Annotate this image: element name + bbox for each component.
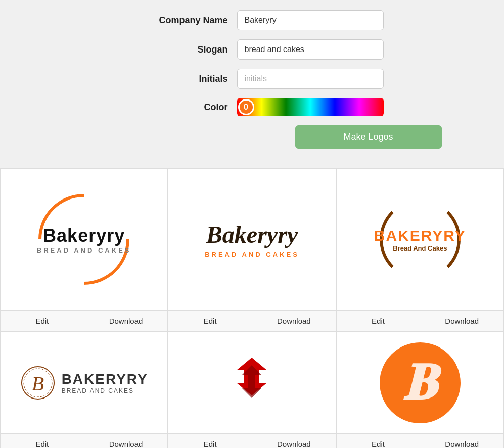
logo-preview-4: B BAKERYRY BREAD AND CAKES <box>1 332 167 433</box>
make-logos-button[interactable]: Make Logos <box>295 125 442 149</box>
logo5-download-button[interactable]: Download <box>252 434 336 448</box>
color-bar[interactable]: 0 <box>237 98 384 116</box>
logo3-company-name: BAKERYRY <box>374 227 466 244</box>
logo5-edit-button[interactable]: Edit <box>168 434 252 448</box>
logo5-actions: Edit Download <box>168 433 335 448</box>
logo-card-4: B BAKERYRY BREAD AND CAKES Edit Download <box>0 332 168 448</box>
logo2-edit-button[interactable]: Edit <box>168 311 252 331</box>
logo6-edit-button[interactable]: Edit <box>337 434 421 448</box>
initials-label: Initials <box>121 74 237 84</box>
logo3-actions: Edit Download <box>337 310 503 331</box>
logo5-geometric-icon <box>226 355 277 411</box>
logo4-wrapper: B BAKERYRY BREAD AND CAKES <box>20 365 148 401</box>
logo-preview-1: Bakeryry BREAD AND CAKES <box>1 169 167 310</box>
logo5-wrapper <box>226 355 277 411</box>
form-area: Company Name Slogan Initials Color 0 Mak… <box>0 0 504 168</box>
logo6-circle: 𝐁 <box>380 342 461 423</box>
logo3-text: BAKERYRY Bread And Cakes <box>374 227 466 252</box>
slogan-label: Slogan <box>121 44 237 55</box>
logo4-edit-button[interactable]: Edit <box>1 434 84 448</box>
logo3-wrapper: BAKERYRY Bread And Cakes <box>374 227 466 252</box>
logo-preview-6: 𝐁 <box>337 332 503 433</box>
logo1-company-name: Bakeryry <box>43 225 125 246</box>
logo-card-1: Bakeryry BREAD AND CAKES Edit Download <box>0 168 168 332</box>
svg-text:B: B <box>31 372 43 395</box>
logo-preview-5 <box>168 332 335 433</box>
logo6-wrapper: 𝐁 <box>380 342 461 423</box>
slogan-input[interactable] <box>237 39 384 60</box>
color-row: Color 0 <box>0 98 504 116</box>
logo4-ornate-icon: B <box>20 365 56 401</box>
logo2-company-name: Bakeryry <box>206 221 298 248</box>
logo1-actions: Edit Download <box>1 310 167 331</box>
logo4-slogan: BREAD AND CAKES <box>62 387 148 394</box>
logo2-wrapper: Bakeryry BREAD AND CAKES <box>205 221 299 258</box>
logo2-actions: Edit Download <box>168 310 335 331</box>
logo-card-6: 𝐁 Edit Download <box>336 332 504 448</box>
logo3-download-button[interactable]: Download <box>420 311 503 331</box>
logos-grid: Bakeryry BREAD AND CAKES Edit Download B… <box>0 168 504 448</box>
logo1-download-button[interactable]: Download <box>84 311 168 331</box>
logo3-slogan: Bread And Cakes <box>393 244 447 252</box>
logo-card-3: BAKERYRY Bread And Cakes Edit Download <box>336 168 504 332</box>
company-name-row: Company Name <box>0 10 504 30</box>
logo-card-2: Bakeryry BREAD AND CAKES Edit Download <box>168 168 336 332</box>
make-logos-row: Make Logos <box>0 125 504 149</box>
logo2-slogan: BREAD AND CAKES <box>205 251 299 258</box>
logo-preview-3: BAKERYRY Bread And Cakes <box>337 169 503 310</box>
logo1-slogan: BREAD AND CAKES <box>37 246 131 254</box>
logo4-actions: Edit Download <box>1 433 167 448</box>
logo2-download-button[interactable]: Download <box>252 311 336 331</box>
logo1-wrapper: Bakeryry BREAD AND CAKES <box>37 225 131 254</box>
logo4-company-name: BAKERYRY <box>62 371 148 387</box>
company-name-input[interactable] <box>237 10 384 30</box>
initials-input[interactable] <box>237 69 384 89</box>
logo6-download-button[interactable]: Download <box>420 434 503 448</box>
logo6-initial: 𝐁 <box>403 358 437 408</box>
logo1-edit-button[interactable]: Edit <box>1 311 84 331</box>
initials-row: Initials <box>0 69 504 89</box>
slogan-row: Slogan <box>0 39 504 60</box>
color-label: Color <box>121 102 237 113</box>
color-bar-container[interactable]: 0 <box>237 98 384 116</box>
color-thumb[interactable]: 0 <box>238 99 254 115</box>
logo4-download-button[interactable]: Download <box>84 434 168 448</box>
logo6-actions: Edit Download <box>337 433 503 448</box>
logo4-text: BAKERYRY BREAD AND CAKES <box>62 371 148 394</box>
logo3-edit-button[interactable]: Edit <box>337 311 421 331</box>
logo-card-5: Edit Download <box>168 332 336 448</box>
logo1-text: Bakeryry BREAD AND CAKES <box>37 225 131 254</box>
company-name-label: Company Name <box>121 15 237 26</box>
logo-preview-2: Bakeryry BREAD AND CAKES <box>168 169 335 310</box>
